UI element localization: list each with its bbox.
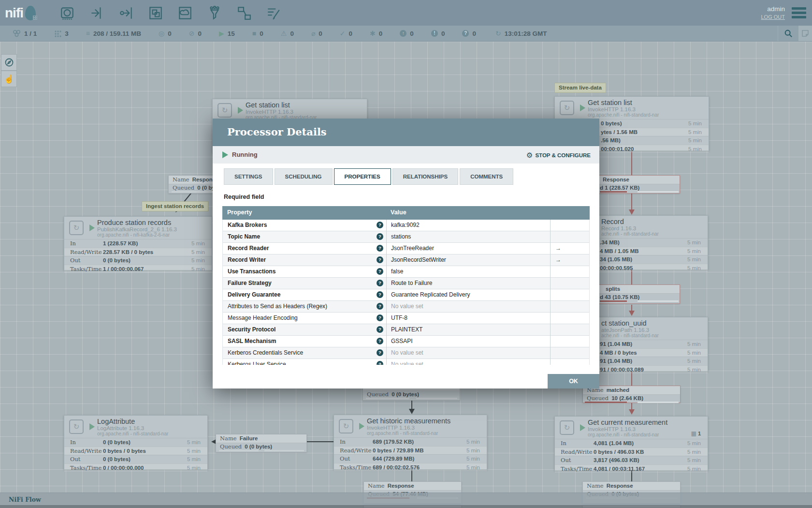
remote-process-group-tool-icon[interactable] <box>177 5 193 21</box>
help-icon[interactable]: ? <box>377 291 383 298</box>
processor-logattribute[interactable]: ↻ LogAttribute LogAttribute 1.16.3 org.a… <box>64 415 208 470</box>
status-disabled: ⌀0 <box>311 30 322 37</box>
goto-service-icon[interactable]: → <box>555 243 561 254</box>
processor-type: InvokeHTTP 1.16.3 <box>367 425 450 431</box>
status-stale: ↑0 <box>400 30 414 37</box>
table-row: Security Protocol ? PLAINTEXT <box>223 324 589 336</box>
tab-comments[interactable]: COMMENTS <box>460 168 513 185</box>
table-row: Record Writer ? JsonRecordSetWriter → <box>223 254 589 266</box>
help-icon[interactable]: ? <box>377 280 383 286</box>
input-port-tool-icon[interactable] <box>88 5 105 21</box>
help-icon[interactable]: ? <box>377 222 383 228</box>
help-icon[interactable]: ? <box>377 314 383 321</box>
status-invalid: ⚠0 <box>281 30 294 37</box>
processor-title: LogAttribute <box>97 418 168 425</box>
note-button[interactable] <box>798 26 812 41</box>
status-unversioned: ?0 <box>462 30 476 37</box>
processor-title: Record <box>601 218 659 225</box>
exclamation-icon: ! <box>431 30 438 37</box>
compass-icon <box>4 58 14 67</box>
properties-table-rows: Kafka Brokers ? kafka:9092 Topic Name ? … <box>222 220 590 365</box>
breadcrumb[interactable]: NiFi Flow <box>9 496 41 503</box>
dialog-tabs: SETTINGS SCHEDULING PROPERTIES RELATIONS… <box>224 168 513 185</box>
processor-type: InvokeHTTP 1.16.3 <box>588 106 659 112</box>
tab-scheduling[interactable]: SCHEDULING <box>275 168 333 185</box>
disabled-icon: ⌀ <box>311 30 315 37</box>
navigate-palette-button[interactable] <box>1 54 17 71</box>
current-user: admin <box>761 5 785 14</box>
up-arrow-icon: ↑ <box>400 30 406 37</box>
running-status-icon <box>222 151 228 158</box>
goto-service-icon[interactable]: → <box>555 254 561 266</box>
processor-title: ct station_uuid <box>601 319 659 327</box>
help-icon[interactable]: ? <box>377 361 383 365</box>
running-icon <box>359 423 364 430</box>
output-port-tool-icon[interactable] <box>118 5 134 21</box>
processor-icon: ↻ <box>560 420 574 435</box>
user-area: admin LOG OUT <box>761 5 806 21</box>
help-icon[interactable]: ? <box>377 303 383 310</box>
canvas-label-ingest[interactable]: Ingest station records <box>142 201 208 211</box>
running-icon <box>238 107 243 114</box>
breadcrumb-bar: NiFi Flow <box>0 493 812 506</box>
processor-get-current-measurement[interactable]: ↻ Get current measurement InvokeHTTP 1.1… <box>554 416 708 471</box>
processor-icon: ↻ <box>560 101 574 115</box>
status-stopped: ■0 <box>252 30 263 37</box>
help-icon[interactable]: ? <box>377 233 383 240</box>
status-connected-nodes: 1 / 1 <box>13 30 37 37</box>
process-group-tool-icon[interactable] <box>147 5 164 21</box>
component-toolbar <box>59 5 282 21</box>
run-status-label: Running <box>232 151 258 158</box>
search-button[interactable] <box>778 26 798 41</box>
running-icon <box>89 224 95 231</box>
logout-link[interactable]: LOG OUT <box>761 14 785 21</box>
processor-icon: ↻ <box>69 221 84 235</box>
global-menu-icon[interactable] <box>792 5 806 20</box>
cluster-grid-icon: ▦ <box>691 430 696 437</box>
stop-and-configure-button[interactable]: ⚙ STOP & CONFIGURE <box>526 151 591 160</box>
table-row: Kerberos Credentials Service ? No value … <box>223 347 589 359</box>
processor-type: ateJsonPath 1.16.3 <box>601 327 659 333</box>
nifi-app: nifi admin LOG OUT 1 / 1 3 <box>0 0 812 508</box>
template-tool-icon[interactable] <box>236 5 252 21</box>
processor-get-historic-measurements[interactable]: ↻ Get historic measurements InvokeHTTP 1… <box>334 415 487 470</box>
help-icon[interactable]: ? <box>377 245 383 252</box>
ok-button[interactable]: OK <box>548 374 599 388</box>
nifi-droplet-icon <box>25 6 36 20</box>
processor-icon: ↻ <box>339 419 353 433</box>
processor-produce-station-records[interactable]: ↻ Produce station records PublishKafkaRe… <box>64 216 212 270</box>
table-row: Delivery Guarantee ? Guarantee Replicate… <box>223 289 589 301</box>
tab-relationships[interactable]: RELATIONSHIPS <box>392 168 458 185</box>
status-not-transmitting: ⊘0 <box>189 30 202 37</box>
help-icon[interactable]: ? <box>377 256 383 263</box>
refresh-icon[interactable]: ↻ <box>495 30 501 37</box>
processor-type: InvokeHTTP 1.16.3 <box>246 109 317 115</box>
column-divider <box>386 220 387 365</box>
help-icon[interactable]: ? <box>377 326 383 333</box>
canvas-label-stream[interactable]: Stream live-data <box>554 83 606 93</box>
tab-settings[interactable]: SETTINGS <box>224 168 273 185</box>
tab-properties[interactable]: PROPERTIES <box>334 168 391 185</box>
app-header: nifi admin LOG OUT <box>0 0 812 26</box>
transmitting-icon: ◎ <box>159 30 164 37</box>
help-icon[interactable]: ? <box>377 338 383 344</box>
help-icon[interactable]: ? <box>377 349 383 356</box>
processor-title: Get station list <box>246 101 317 109</box>
table-row: Kafka Brokers ? kafka:9092 <box>223 220 589 231</box>
processor-title: Get current measurement <box>588 418 667 426</box>
connection-failure[interactable]: NameFailure Queued0 (0 bytes) <box>216 434 307 452</box>
running-icon <box>580 105 585 111</box>
processor-tool-icon[interactable] <box>59 5 75 21</box>
nifi-logo: nifi <box>5 5 36 21</box>
flow-status-bar: 1 / 1 3 ≡208 / 159.11 MB ◎0 ⊘0 ▶15 ■0 ⚠0… <box>0 26 812 42</box>
label-tool-icon[interactable] <box>265 5 282 21</box>
value-column-header: Value <box>391 209 406 216</box>
operate-palette-button[interactable]: ☝ <box>1 71 17 87</box>
status-queued: ≡208 / 159.11 MB <box>86 30 141 37</box>
funnel-tool-icon[interactable] <box>206 5 223 21</box>
cluster-count-badge: ▦ 1 <box>691 430 701 437</box>
help-icon[interactable]: ? <box>377 268 383 275</box>
processor-bundle: org.apache.nifi - nifi-kafka-2-6-nar <box>97 232 177 238</box>
processor-bundle: org.apache.nifi - nifi-standard-nar <box>97 431 168 436</box>
note-icon <box>801 30 809 37</box>
